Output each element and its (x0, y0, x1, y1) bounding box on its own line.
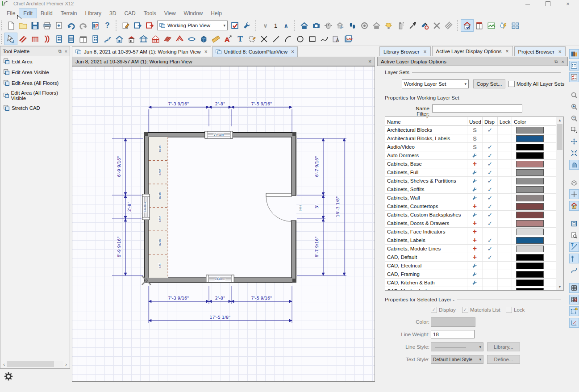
plan-database-button[interactable] (89, 20, 101, 31)
menu-item[interactable]: Build (37, 9, 57, 18)
window-tools-button[interactable] (65, 33, 77, 45)
lock-cell[interactable] (498, 279, 512, 287)
open-plan-button[interactable] (17, 20, 29, 31)
color-swatch[interactable] (431, 317, 475, 327)
panel-tab[interactable]: Active Layer Display Options × (432, 46, 513, 56)
color-cell[interactable] (512, 219, 548, 227)
snap-grid-button[interactable] (570, 295, 579, 304)
contract-view-button[interactable] (570, 149, 579, 158)
line-style-dropdown[interactable]: ▾ (431, 342, 483, 351)
color-cell[interactable] (512, 228, 548, 236)
display-cell[interactable]: ✓ (483, 134, 498, 142)
table-row[interactable]: CAD, Kitchen & Bath S + ✓ (385, 279, 563, 287)
color-cell[interactable] (512, 279, 548, 287)
menu-item[interactable]: 3D (105, 9, 120, 18)
table-row[interactable]: Cabinets, Shelves & Partitions S + ✓ (385, 177, 563, 185)
menu-item[interactable]: CAD (120, 9, 139, 18)
gazebo-button[interactable] (137, 33, 150, 45)
lock-cell[interactable] (498, 236, 512, 244)
scrollbar-thumb[interactable] (7, 361, 54, 367)
color-cell[interactable] (512, 236, 548, 244)
menu-item[interactable]: Library (81, 9, 105, 18)
close-panel-icon[interactable]: × (65, 49, 67, 54)
menu-item[interactable]: Help (207, 9, 226, 18)
lock-cell[interactable] (498, 151, 512, 159)
arc-tool-button[interactable] (282, 33, 294, 45)
scrollbar-thumb[interactable] (557, 124, 562, 150)
table-row[interactable]: Cabinets, Custom Backsplashes S + ✓ (385, 211, 563, 219)
close-tab-icon[interactable]: × (558, 49, 562, 55)
lock-checkbox[interactable] (506, 307, 512, 313)
color-on-off-button[interactable] (570, 201, 579, 210)
object-painter-button[interactable] (431, 20, 443, 31)
lock-cell[interactable] (498, 211, 512, 219)
default-settings-gear-icon[interactable] (4, 371, 13, 381)
drawing-canvas[interactable]: B24R B24R B24R B24R B24R B24 2440DH 2 (72, 66, 375, 382)
lock-cell[interactable] (498, 185, 512, 193)
display-cell[interactable]: ✓ (483, 253, 498, 261)
center-point-button[interactable] (570, 190, 579, 199)
color-cell[interactable] (512, 168, 548, 176)
lock-cell[interactable] (498, 228, 512, 236)
window-left[interactable]: 2440DH (142, 194, 150, 220)
plan-check-button[interactable] (570, 231, 579, 240)
minimize-button[interactable] (521, 1, 534, 7)
pan-window-button[interactable] (570, 160, 579, 169)
mouse-orbit-button[interactable] (322, 20, 334, 31)
color-cell[interactable] (512, 143, 548, 151)
camera-lens-button[interactable] (358, 20, 371, 31)
menu-item[interactable]: Terrain (57, 9, 81, 18)
close-view-icon[interactable]: × (368, 58, 371, 65)
tool-palette-item[interactable]: Edit Area (All Floors) (0, 78, 70, 88)
color-cell[interactable] (512, 270, 548, 278)
display-cell[interactable]: ✓ (483, 211, 498, 219)
tool-palette-titlebar[interactable]: Tool Palette ⧉ × (0, 46, 70, 56)
lock-cell[interactable] (498, 219, 512, 227)
table-scrollbar[interactable]: ▲ ▼ (556, 117, 563, 290)
table-row[interactable]: Cabinets, Soffits S + ✓ (385, 185, 563, 194)
table-row[interactable]: Cabinets, Full S + ✓ (385, 168, 563, 177)
color-cell[interactable] (512, 245, 548, 253)
lock-cell[interactable] (498, 126, 512, 134)
grid-button[interactable] (570, 284, 579, 292)
redo-button[interactable] (77, 20, 89, 31)
table-row[interactable]: Auto Dormers S + ✓ (385, 151, 563, 160)
display-cell[interactable]: ✓ (483, 236, 498, 244)
frame-button[interactable] (570, 219, 579, 228)
fixture-tools-button[interactable] (89, 33, 101, 45)
spline-tool-button[interactable] (318, 33, 330, 45)
lock-cell[interactable] (498, 194, 512, 202)
print-button[interactable] (41, 20, 53, 31)
scatter-button[interactable] (570, 318, 579, 327)
document-tab[interactable]: Jun 8, 2021 at 10-39-57 AM (1): Working … (72, 46, 211, 57)
cad-detail-button[interactable] (342, 33, 354, 45)
edit-handles-button[interactable] (570, 307, 579, 316)
sketch-tools-button[interactable] (246, 33, 258, 45)
scroll-down-icon[interactable]: ▼ (556, 284, 563, 290)
display-cell[interactable]: ✓ (483, 219, 498, 227)
lock-cell[interactable] (498, 202, 512, 210)
tool-palette-item[interactable]: Edit Area (0, 56, 70, 67)
lock-cell[interactable] (498, 253, 512, 261)
color-cell[interactable] (512, 134, 548, 142)
close-tab-icon[interactable]: × (204, 49, 208, 55)
spray-material-button[interactable] (395, 20, 407, 31)
auto-dormer-button[interactable] (113, 33, 125, 45)
display-checkbox[interactable]: ✓ (431, 307, 437, 313)
display-cell[interactable]: ✓ (483, 194, 498, 202)
door-tools-button[interactable] (53, 33, 65, 45)
define-button[interactable]: Define... (487, 355, 520, 364)
color-cell[interactable] (512, 151, 548, 159)
close-tab-icon[interactable]: × (424, 49, 427, 55)
circle-tool-button[interactable] (294, 33, 306, 45)
color-cell[interactable] (512, 160, 548, 168)
base-cabinets[interactable]: B24R B24R B24R B24R B24R B24 (149, 137, 168, 278)
lock-cell[interactable] (498, 270, 512, 278)
zoom-in-button[interactable] (570, 102, 579, 111)
display-cell[interactable]: ✓ (483, 262, 498, 270)
project-browser-button[interactable] (570, 61, 579, 70)
window-top[interactable]: 2440DH (205, 131, 233, 138)
lock-cell[interactable] (498, 262, 512, 270)
table-row[interactable]: CAD, Electrical S + ✓ (385, 262, 563, 270)
primitive-tools-button[interactable] (198, 33, 210, 45)
